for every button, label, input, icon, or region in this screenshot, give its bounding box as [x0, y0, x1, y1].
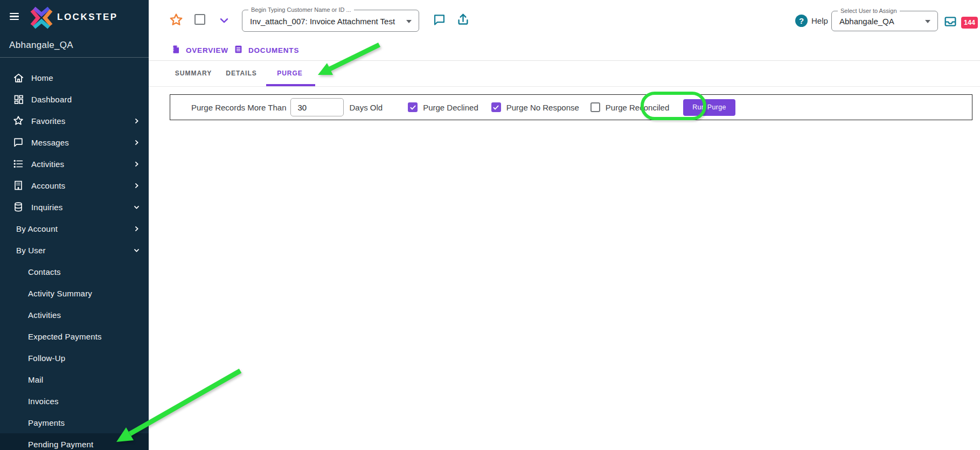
sidebar-item-payments[interactable]: Payments: [0, 412, 149, 433]
chevron-right-icon: [133, 225, 140, 232]
app-root: LOCKSTEP Abhangale_QA Home Dashboard Fa: [0, 0, 980, 450]
menu-icon[interactable]: [10, 13, 19, 20]
sidebar-item-inquiries[interactable]: Inquiries: [0, 196, 149, 218]
list-icon: [12, 157, 25, 170]
document-icon: [233, 44, 244, 56]
chevron-right-icon: [133, 117, 140, 124]
subtabs-divider: [149, 86, 980, 87]
purge-declined-checkbox[interactable]: Purge Declined: [408, 102, 478, 112]
chevron-right-icon: [133, 182, 140, 189]
sidebar: LOCKSTEP Abhangale_QA Home Dashboard Fa: [0, 0, 149, 450]
home-icon: [12, 71, 25, 84]
customer-select-label: Begin Typing Customer Name or ID ...: [248, 6, 354, 13]
help-button[interactable]: ? Help: [795, 15, 828, 27]
customer-select-value: Inv_attach_007: Invoice Attachment Test: [250, 16, 395, 25]
sidebar-item-mail[interactable]: Mail: [0, 369, 149, 390]
dropdown-arrow-icon: [406, 20, 412, 23]
purge-label-prefix: Purge Records More Than: [191, 103, 286, 112]
chevron-right-icon: [133, 161, 140, 168]
purge-reconciled-checkbox[interactable]: Purge Reconciled: [590, 102, 669, 112]
assign-user-label: Select User to Assign: [838, 8, 900, 14]
main-content: Begin Typing Customer Name or ID ... Inv…: [149, 0, 980, 450]
chevron-right-icon: [133, 139, 140, 146]
sidebar-item-label: By Account: [16, 224, 58, 233]
sidebar-item-activities[interactable]: Activities: [0, 153, 149, 175]
sidebar-item-favorites[interactable]: Favorites: [0, 110, 149, 131]
page-icon: [171, 44, 181, 56]
sidebar-item-label: Dashboard: [31, 95, 72, 104]
chevron-down-icon[interactable]: [218, 14, 231, 27]
inbox-button[interactable]: 144: [943, 14, 978, 31]
dropdown-arrow-icon: [925, 20, 930, 23]
chevron-down-icon: [133, 247, 140, 254]
sidebar-item-label: Activities: [31, 160, 64, 169]
chat-icon[interactable]: [431, 11, 447, 27]
sidebar-item-by-user[interactable]: By User: [0, 239, 149, 261]
sidebar-item-contacts[interactable]: Contacts: [0, 261, 149, 282]
purge-label-suffix: Days Old: [349, 103, 383, 112]
sidebar-item-messages[interactable]: Messages: [0, 131, 149, 153]
tab-summary[interactable]: SUMMARY: [175, 70, 212, 77]
sidebar-item-expected-payments[interactable]: Expected Payments: [0, 326, 149, 347]
checkbox-icon: [590, 102, 600, 112]
sidebar-item-label: Favorites: [31, 116, 66, 126]
sidebar-item-dashboard[interactable]: Dashboard: [0, 88, 149, 110]
inbox-tray-icon: [943, 14, 958, 31]
purge-no-response-checkbox[interactable]: Purge No Response: [491, 102, 579, 112]
sidebar-item-invoices[interactable]: Invoices: [0, 390, 149, 412]
sidebar-item-label: Inquiries: [31, 203, 63, 212]
tab-details[interactable]: DETAILS: [226, 70, 256, 77]
days-old-input[interactable]: [290, 98, 344, 116]
assign-user-value: Abhangale_QA: [839, 17, 894, 26]
sidebar-item-activity-summary[interactable]: Activity Summary: [0, 282, 149, 304]
sidebar-item-by-account[interactable]: By Account: [0, 218, 149, 239]
tab-label: DOCUMENTS: [248, 46, 299, 54]
tab-overview[interactable]: OVERVIEW: [171, 44, 228, 56]
tab-documents[interactable]: DOCUMENTS: [233, 44, 299, 56]
tab-label: OVERVIEW: [186, 46, 228, 54]
sidebar-item-follow-up[interactable]: Follow-Up: [0, 347, 149, 369]
logo-wordmark: LOCKSTEP: [57, 12, 118, 23]
sidebar-item-label: Home: [31, 73, 53, 82]
inbox-count-badge: 144: [961, 17, 978, 29]
sidebar-item-label: Accounts: [31, 181, 65, 190]
tabs-divider: [149, 60, 980, 61]
sidebar-item-label: By User: [16, 246, 46, 255]
help-label: Help: [811, 16, 828, 25]
customer-select[interactable]: Begin Typing Customer Name or ID ... Inv…: [242, 10, 419, 32]
upload-icon[interactable]: [454, 10, 471, 27]
building-icon: [12, 179, 25, 192]
sidebar-item-activities-sub[interactable]: Activities: [0, 304, 149, 326]
favorite-star-icon[interactable]: [168, 12, 184, 28]
chat-bubble-icon: [12, 136, 25, 149]
tab-purge[interactable]: PURGE: [277, 70, 303, 77]
question-mark-icon: ?: [795, 15, 808, 27]
run-purge-button[interactable]: Run Purge: [683, 99, 735, 116]
dashboard-icon: [12, 93, 25, 106]
select-all-checkbox[interactable]: [194, 14, 205, 25]
workspace-name: Abhangale_QA: [9, 40, 73, 51]
chevron-down-icon: [133, 204, 140, 211]
sidebar-item-pending-payment[interactable]: Pending Payment: [0, 433, 149, 450]
checkbox-icon: [408, 102, 418, 112]
sidebar-item-label: Messages: [31, 138, 69, 147]
lockstep-logo-icon: [30, 6, 53, 31]
assign-user-select[interactable]: Select User to Assign Abhangale_QA: [831, 11, 938, 31]
sidebar-divider: [0, 57, 149, 58]
sidebar-item-accounts[interactable]: Accounts: [0, 175, 149, 196]
sidebar-nav: Home Dashboard Favorites Messages: [0, 67, 149, 450]
database-icon: [12, 200, 25, 213]
sidebar-item-home[interactable]: Home: [0, 67, 149, 88]
purge-panel: Purge Records More Than Days Old Purge D…: [170, 94, 972, 120]
star-icon: [12, 114, 25, 127]
checkbox-icon: [491, 102, 501, 112]
